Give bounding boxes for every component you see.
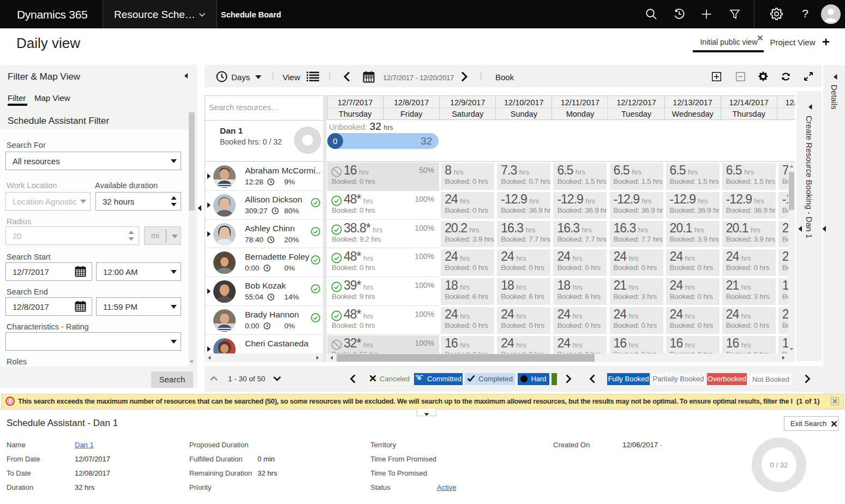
- svg-text:?: ?: [802, 7, 808, 20]
- svg-text:0 / 32: 0 / 32: [770, 461, 788, 469]
